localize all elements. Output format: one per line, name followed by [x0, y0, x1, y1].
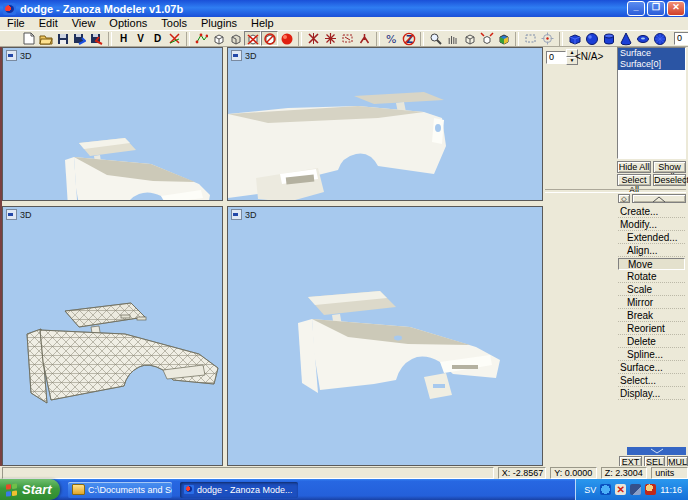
primitive-cylinder-button[interactable]: [600, 31, 617, 46]
z-cull-button[interactable]: Z: [400, 31, 417, 46]
start-button[interactable]: Start: [0, 479, 60, 500]
dual-view-button[interactable]: D: [149, 31, 166, 46]
open-file-button[interactable]: [37, 31, 54, 46]
toolbar-spinner-value[interactable]: 0: [674, 32, 688, 45]
panel-menu-create[interactable]: Create...: [618, 206, 685, 218]
pan-tool-button[interactable]: [444, 31, 461, 46]
panel-menu-move[interactable]: Move: [618, 258, 685, 270]
polyline-mode-button[interactable]: [193, 31, 210, 46]
zoom-tool-button[interactable]: [427, 31, 444, 46]
toolbar-spinner[interactable]: 0 ▲▼: [674, 31, 688, 47]
select-single-button[interactable]: [305, 31, 322, 46]
viewport-menu-icon[interactable]: [231, 50, 242, 61]
panel-menu-select[interactable]: Select...: [618, 375, 685, 387]
minimize-button[interactable]: _: [627, 1, 645, 16]
material-editor-button[interactable]: [495, 31, 512, 46]
zmodeler-window: dodge - Zanoza Modeler v1.07b _ ❐ ✕ File…: [0, 0, 688, 500]
primitive-cone-button[interactable]: [617, 31, 634, 46]
panel-rollup-bar[interactable]: [627, 447, 686, 455]
tray-disconnect-icon[interactable]: ✕: [615, 484, 626, 495]
primitive-geosphere-button[interactable]: [651, 31, 668, 46]
panel-menu-break[interactable]: Break: [618, 310, 685, 322]
pivot-target-button[interactable]: [539, 31, 556, 46]
select-all-button[interactable]: Select All: [617, 174, 651, 186]
panel-spinner-value[interactable]: 0: [546, 51, 566, 64]
rotate-view-button[interactable]: [461, 31, 478, 46]
surface-listbox[interactable]: Surface Surface[0]: [617, 47, 686, 159]
panel-spinner[interactable]: 0 ▲▼: [546, 49, 578, 65]
status-y-coordinate: Y: 0.0000: [550, 467, 597, 479]
menu-tools[interactable]: Tools: [154, 17, 194, 30]
export-button[interactable]: [88, 31, 105, 46]
viewport-bottom-right[interactable]: 3D: [227, 206, 543, 466]
select-lasso-button[interactable]: [339, 31, 356, 46]
backfaces-toggle-button[interactable]: [261, 31, 278, 46]
taskbar-item-label: dodge - Zanoza Mode...: [197, 485, 293, 495]
menu-options[interactable]: Options: [102, 17, 154, 30]
import-button[interactable]: [71, 31, 88, 46]
panel-menu-mirror[interactable]: Mirror: [618, 297, 685, 309]
language-indicator[interactable]: SV: [584, 485, 596, 495]
panel-menu-delete[interactable]: Delete: [618, 336, 685, 348]
deselect-button[interactable]: Deselect: [653, 174, 686, 186]
viewport-menu-icon[interactable]: [231, 209, 242, 220]
viewport-top-left[interactable]: 3D: [2, 47, 223, 201]
panel-collapse-button[interactable]: [632, 194, 686, 203]
primitive-torus-button[interactable]: [634, 31, 651, 46]
hide-all-button[interactable]: Hide All: [617, 161, 651, 173]
zoom-extents-button[interactable]: [478, 31, 495, 46]
textured-mode-button[interactable]: [244, 31, 261, 46]
start-label: Start: [22, 482, 52, 497]
menu-edit[interactable]: Edit: [32, 17, 65, 30]
menu-file[interactable]: File: [0, 17, 32, 30]
restore-button[interactable]: ❐: [647, 1, 665, 16]
viewport-menu-icon[interactable]: [6, 209, 17, 220]
surface-list-item[interactable]: Surface: [618, 48, 685, 59]
clock[interactable]: 11:16: [660, 485, 682, 495]
taskbar-item-explorer[interactable]: C:\Documents and Se...: [68, 482, 172, 498]
panel-menu-align[interactable]: Align...: [618, 245, 685, 257]
viewport-label: 3D: [20, 210, 32, 220]
tray-network-icon[interactable]: [630, 484, 641, 495]
panel-menu-rotate[interactable]: Rotate: [618, 271, 685, 283]
system-tray: SV ✕ 11:16: [575, 479, 688, 500]
viewport-bottom-left[interactable]: 3D: [2, 206, 223, 466]
menu-view[interactable]: View: [65, 17, 103, 30]
title-bar[interactable]: dodge - Zanoza Modeler v1.07b _ ❐ ✕: [0, 0, 688, 17]
panel-menu-extended[interactable]: Extended...: [618, 232, 685, 244]
shaded-mode-button[interactable]: [278, 31, 295, 46]
menu-help[interactable]: Help: [244, 17, 281, 30]
axes-toggle-button[interactable]: [166, 31, 183, 46]
new-file-button[interactable]: [20, 31, 37, 46]
close-button[interactable]: ✕: [667, 1, 685, 16]
show-all-button[interactable]: Show All: [653, 161, 686, 173]
panel-menu-surface[interactable]: Surface...: [618, 362, 685, 374]
tray-msn-icon[interactable]: [600, 484, 611, 495]
panel-dock-button[interactable]: ◇: [618, 194, 630, 203]
solid-mode-button[interactable]: [227, 31, 244, 46]
taskbar-item-label: C:\Documents and Se...: [88, 485, 172, 495]
selection-marquee-button[interactable]: [522, 31, 539, 46]
select-star-button[interactable]: [322, 31, 339, 46]
viewport-menu-icon[interactable]: [6, 50, 17, 61]
viewport-top-right[interactable]: 3D: [227, 47, 543, 201]
panel-menu-spline[interactable]: Spline...: [618, 349, 685, 361]
taskbar-item-zmodeler[interactable]: dodge - Zanoza Mode...: [180, 482, 298, 498]
vertical-view-button[interactable]: V: [132, 31, 149, 46]
windows-logo-icon: [6, 483, 18, 496]
primitive-box-button[interactable]: [566, 31, 583, 46]
wireframe-mode-button[interactable]: [210, 31, 227, 46]
panel-menu-modify[interactable]: Modify...: [618, 219, 685, 231]
percent-snap-button[interactable]: %: [383, 31, 400, 46]
tray-agent-icon[interactable]: [645, 484, 656, 495]
model-car-smooth-front: [228, 48, 543, 201]
panel-menu-scale[interactable]: Scale: [618, 284, 685, 296]
save-file-button[interactable]: [54, 31, 71, 46]
horizontal-view-button[interactable]: H: [115, 31, 132, 46]
primitive-sphere-button[interactable]: [583, 31, 600, 46]
surface-list-item[interactable]: Surface[0]: [618, 59, 685, 70]
panel-menu-reorient[interactable]: Reorient: [618, 323, 685, 335]
menu-plugins[interactable]: Plugins: [194, 17, 244, 30]
panel-menu-display[interactable]: Display...: [618, 388, 685, 400]
select-bones-button[interactable]: [356, 31, 373, 46]
